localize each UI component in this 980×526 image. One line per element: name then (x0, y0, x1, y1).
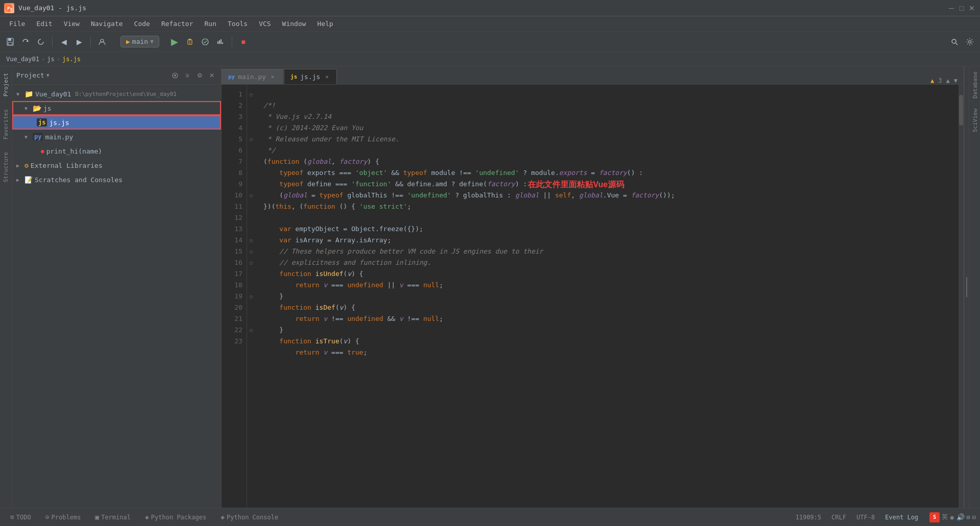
resize-handle[interactable] (964, 66, 969, 508)
expand-warnings-up[interactable]: ▲ (946, 77, 950, 84)
profile2-button[interactable] (214, 36, 227, 48)
svg-rect-4 (8, 42, 12, 45)
jsjs-tab-label: js.js (300, 73, 320, 81)
warning-count: 3 (938, 77, 942, 84)
expand-warnings-down[interactable]: ▼ (954, 77, 958, 84)
sync-button[interactable] (19, 36, 32, 48)
refresh-button[interactable] (35, 36, 47, 48)
tab-jsjs[interactable]: js js.js ✕ (284, 69, 337, 84)
breadcrumb-file[interactable]: js.js (62, 56, 81, 63)
battery-icon[interactable]: ⊞ (967, 514, 970, 521)
toolbar-separator (52, 37, 53, 47)
panel-dropdown-arrow[interactable]: ▼ (46, 72, 50, 78)
fold-10[interactable]: ⊟ (247, 190, 255, 201)
code-editor: 1 2 3 4 5 6 7 8 9 10 11 12 13 14 15 16 1… (222, 85, 964, 508)
python-console-tab[interactable]: ◈ Python Console (214, 511, 284, 523)
scratches-label: Scratches and Consoles (35, 176, 122, 184)
structure-side-tab[interactable]: Structure (1, 146, 11, 189)
menu-help[interactable]: Help (312, 18, 338, 30)
tree-print-hi[interactable]: ● print_hi(name) (12, 144, 221, 158)
maximize-button[interactable]: □ (958, 4, 966, 12)
volume-icon[interactable]: 🔊 (957, 513, 965, 521)
svg-rect-3 (8, 38, 11, 41)
menu-edit[interactable]: Edit (31, 18, 57, 30)
hide-button[interactable]: ✕ (207, 70, 217, 81)
menu-navigate[interactable]: Navigate (86, 18, 128, 30)
menu-run[interactable]: Run (200, 18, 222, 30)
project-side-tab[interactable]: Project (1, 66, 11, 103)
wifi-icon[interactable]: ✱ (950, 513, 954, 521)
event-log[interactable]: Event Log (882, 513, 921, 522)
tree-external-libs[interactable]: ▶ ⚙ External Libraries (12, 158, 221, 172)
line-ending[interactable]: CRLF (828, 513, 849, 522)
cursor-position[interactable]: 11909:5 (792, 513, 824, 522)
terminal-tab[interactable]: ▣ Terminal (89, 511, 137, 523)
menu-refactor[interactable]: Refactor (156, 18, 199, 30)
todo-tab[interactable]: ≡ TODO (4, 511, 37, 523)
profile-button[interactable] (96, 36, 108, 48)
tree-scratches[interactable]: ▶ 📝 Scratches and Consoles (12, 172, 221, 187)
tree-mainpy[interactable]: ▼ py main.py (12, 130, 221, 144)
database-panel-tab[interactable]: Database (969, 66, 980, 104)
fold-1[interactable]: ⊟ (247, 89, 255, 100)
fold-22[interactable]: ⊟ (247, 324, 255, 336)
run-config-button[interactable]: ▶ main ▼ (120, 36, 159, 47)
close-button[interactable]: ✕ (968, 4, 976, 12)
menu-window[interactable]: Window (277, 18, 311, 30)
grid-icon[interactable]: ⊟ (972, 514, 976, 521)
menu-vcs[interactable]: VCS (254, 18, 276, 30)
save-all-button[interactable] (4, 36, 16, 48)
print-hi-name: print_hi(name) (46, 147, 103, 155)
tree-jsjs-file[interactable]: js js.js (12, 115, 221, 130)
problems-label: Problems (52, 514, 81, 521)
tree-root[interactable]: ▼ 📁 Vue_day01 D:\pythonProject\end\Vue_d… (12, 87, 221, 101)
menu-tools[interactable]: Tools (223, 18, 253, 30)
forward-button[interactable]: ▶ (73, 36, 85, 48)
stop-button[interactable]: ■ (237, 36, 250, 48)
tree-js-folder[interactable]: ▼ 📂 js (12, 101, 221, 115)
encoding[interactable]: UTF-8 (853, 513, 878, 522)
menu-file[interactable]: File (4, 18, 30, 30)
mainpy-tab-close[interactable]: ✕ (269, 73, 276, 81)
fold-16[interactable]: ⊟ (247, 257, 255, 268)
python-packages-label: Python Packages (151, 514, 206, 521)
gear-button[interactable]: ⚙ (194, 70, 205, 81)
python-packages-tab[interactable]: ◈ Python Packages (139, 511, 212, 523)
fold-14[interactable]: ⊟ (247, 235, 255, 246)
jsjs-tab-close[interactable]: ✕ (323, 73, 330, 81)
collapse-all-button[interactable]: ≡ (182, 70, 192, 81)
input-method-icon[interactable]: 英 (942, 513, 948, 521)
fold-15[interactable]: ⊟ (247, 246, 255, 257)
scview-panel-tab[interactable]: SciView (969, 104, 980, 137)
right-panels: Database SciView (964, 66, 980, 508)
window-controls[interactable]: ─ □ ✕ (947, 4, 976, 12)
favorites-side-tab[interactable]: Favorites (1, 103, 11, 146)
menu-view[interactable]: View (59, 18, 85, 30)
breadcrumb-js-folder[interactable]: js (47, 56, 54, 63)
debug-button[interactable] (184, 36, 196, 48)
menu-bar: File Edit View Navigate Code Refactor Ru… (0, 16, 980, 32)
project-panel: Project ▼ ≡ ⚙ ✕ ▼ 📁 Vue_day01 D:\pythonP… (12, 66, 222, 508)
settings-button[interactable] (964, 36, 976, 48)
coverage-button[interactable] (199, 36, 211, 48)
fold-19[interactable]: ⊟ (247, 291, 255, 302)
problems-tab[interactable]: ⊙ Problems (39, 511, 87, 523)
py-console-icon: ◈ (220, 513, 225, 521)
menu-code[interactable]: Code (129, 18, 155, 30)
fold-5[interactable]: ⊟ (247, 134, 255, 145)
vertical-scrollbar[interactable] (959, 85, 964, 508)
locate-file-button[interactable] (170, 70, 180, 81)
back-button[interactable]: ◀ (58, 36, 70, 48)
search-everywhere-button[interactable] (948, 36, 961, 48)
scrollbar-thumb[interactable] (959, 95, 963, 126)
tab-mainpy[interactable]: py main.py ✕ (222, 69, 283, 84)
sogou-icon[interactable]: S (929, 512, 940, 522)
breadcrumb-root[interactable]: Vue_day01 (6, 56, 39, 63)
todo-icon: ≡ (10, 513, 14, 521)
run-button[interactable]: ▶ (168, 36, 181, 48)
code-content[interactable]: /*! * Vue.js v2.7.14 * (c) 2014-2022 Eva… (255, 85, 959, 508)
svg-point-12 (969, 40, 971, 43)
minimize-button[interactable]: ─ (947, 4, 955, 12)
status-bar: 11909:5 CRLF UTF-8 Event Log S 英 ✱ 🔊 ⊞ ⊟ (792, 512, 976, 522)
system-tray: S 英 ✱ 🔊 ⊞ ⊟ (929, 512, 976, 522)
